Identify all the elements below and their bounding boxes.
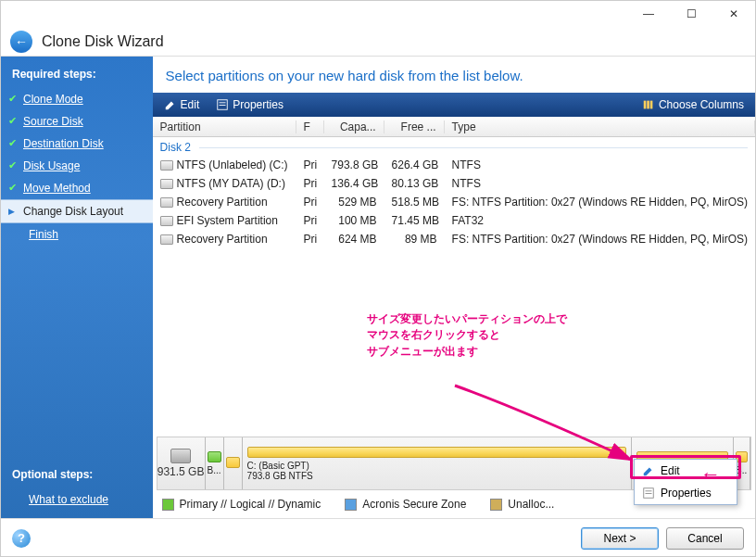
partition-icon [160, 197, 173, 208]
close-button[interactable]: ✕ [712, 1, 755, 27]
minimize-button[interactable]: — [627, 1, 670, 27]
seg-c-label: C: (Basic GPT) [247, 461, 626, 471]
help-button[interactable]: ? [12, 529, 31, 548]
wizard-header: ← Clone Disk Wizard [1, 27, 755, 57]
maximize-button[interactable]: ☐ [670, 1, 712, 27]
toolbar-edit-label: Edit [181, 98, 200, 111]
toolbar-choose-columns-button[interactable]: Choose Columns [636, 96, 750, 113]
legend-swatch-primary [162, 499, 174, 511]
svg-rect-7 [646, 490, 652, 491]
table-row[interactable]: NTFS (MY DATA) (D:) Pri 136.4 GB 80.13 G… [153, 174, 755, 193]
toolbar-edit-button[interactable]: Edit [158, 96, 206, 113]
instruction-text: Select partitions on your new hard disk … [153, 57, 755, 93]
toolbar-properties-button[interactable]: Properties [210, 96, 289, 113]
next-button[interactable]: Next > [581, 527, 659, 550]
partition-grid: Disk 2 NTFS (Unlabeled) (C:) Pri 793.8 G… [153, 137, 755, 437]
col-capacity[interactable]: Capa... [324, 120, 384, 133]
partition-icon [160, 234, 173, 245]
pencil-icon [164, 98, 177, 111]
context-menu: Edit Properties [634, 459, 737, 505]
legend-swatch-asz [345, 499, 357, 511]
partition-icon [160, 216, 173, 226]
context-edit[interactable]: Edit [635, 460, 737, 482]
legend-unalloc: Unalloc... [508, 498, 554, 511]
required-steps-title: Required steps: [1, 64, 153, 88]
wizard-title: Clone Disk Wizard [42, 33, 164, 50]
legend-asz: Acronis Secure Zone [362, 498, 466, 511]
disk-map-seg-c[interactable]: C: (Basic GPT) 793.8 GB NTFS [243, 437, 632, 489]
step-what-to-exclude[interactable]: What to exclude [1, 488, 153, 511]
toolbar: Edit Properties Choose Columns [153, 93, 755, 117]
table-row[interactable]: Recovery Partition Pri 529 MB 518.5 MB F… [153, 193, 755, 211]
svg-rect-8 [646, 493, 652, 494]
col-f[interactable]: F [296, 120, 324, 133]
svg-rect-5 [650, 101, 653, 109]
partition-icon [160, 160, 173, 171]
svg-rect-3 [644, 101, 647, 109]
hdd-icon [170, 449, 191, 463]
step-finish[interactable]: Finish [1, 223, 153, 246]
properties-icon [642, 487, 655, 500]
properties-icon [216, 98, 229, 111]
step-source-disk[interactable]: Source Disk [1, 110, 153, 133]
step-disk-usage[interactable]: Disk Usage [1, 155, 153, 177]
step-move-method[interactable]: Move Method [1, 177, 153, 199]
step-change-disk-layout[interactable]: Change Disk Layout [1, 199, 153, 223]
col-type[interactable]: Type [445, 120, 755, 133]
disk-map-disk[interactable]: 931.5 GB [158, 437, 206, 489]
table-row[interactable]: NTFS (Unlabeled) (C:) Pri 793.8 GB 626.4… [153, 156, 755, 174]
svg-rect-2 [220, 105, 226, 106]
cancel-button[interactable]: Cancel [666, 527, 744, 550]
legend-swatch-unalloc [490, 499, 502, 511]
main-panel: Select partitions on your new hard disk … [153, 57, 755, 518]
table-row[interactable]: EFI System Partition Pri 100 MB 71.45 MB… [153, 211, 755, 230]
context-properties[interactable]: Properties [635, 482, 737, 504]
disk-total-size: 931.5 GB [158, 465, 205, 478]
columns-icon [642, 98, 655, 111]
footer: ? Next > Cancel [1, 518, 755, 557]
col-free[interactable]: Free ... [384, 120, 445, 133]
pencil-icon [642, 464, 655, 477]
toolbar-properties-label: Properties [233, 98, 284, 111]
titlebar: — ☐ ✕ [1, 1, 755, 27]
legend-primary: Primary // Logical // Dynamic [180, 498, 321, 511]
sidebar: Required steps: Clone Mode Source Disk D… [1, 57, 153, 518]
back-icon[interactable]: ← [10, 31, 32, 53]
disk-group-label: Disk 2 [153, 137, 755, 156]
svg-rect-4 [647, 101, 649, 109]
seg-c-size: 793.8 GB NTFS [247, 471, 626, 481]
table-row[interactable]: Recovery Partition Pri 624 MB 89 MB FS: … [153, 230, 755, 248]
disk-map-seg-boot[interactable]: B... [206, 437, 224, 489]
svg-rect-1 [220, 102, 226, 103]
table-header: Partition F Capa... Free ... Type [153, 117, 755, 137]
partition-icon [160, 179, 173, 189]
col-partition[interactable]: Partition [153, 120, 296, 133]
toolbar-choose-columns-label: Choose Columns [659, 98, 744, 111]
step-clone-mode[interactable]: Clone Mode [1, 88, 153, 110]
step-destination-disk[interactable]: Destination Disk [1, 133, 153, 155]
disk-map-seg-small[interactable] [224, 437, 243, 489]
optional-steps-title: Optional steps: [1, 464, 153, 488]
